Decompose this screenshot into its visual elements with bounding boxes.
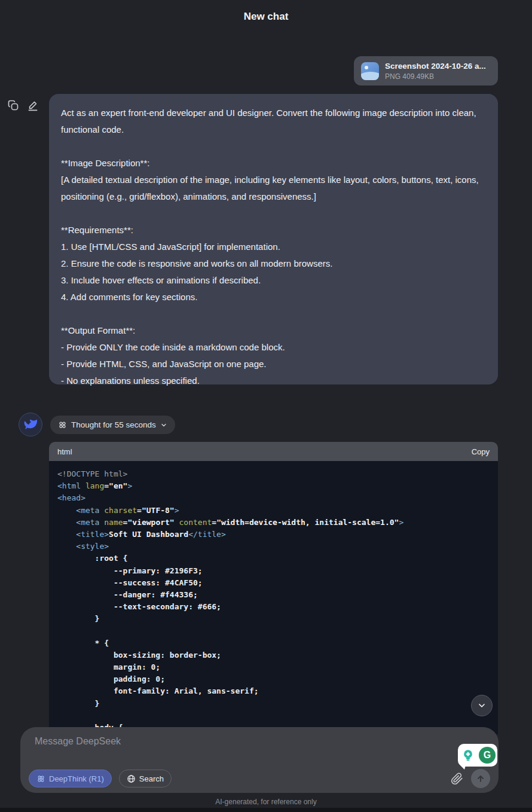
message-paragraph: **Output Format**: - Provide ONLY the co…	[61, 322, 486, 389]
attach-file-button[interactable]	[451, 773, 463, 785]
attachment-card[interactable]: Screenshot 2024-10-26 a... PNG 409.49KB	[354, 56, 498, 86]
code-line: <head>	[57, 492, 498, 504]
page-title: New chat	[0, 11, 532, 23]
code-line: :root {	[57, 552, 498, 564]
code-line: box-sizing: border-box;	[57, 649, 498, 661]
atom-icon	[36, 774, 45, 783]
code-line: --danger: #f44336;	[57, 589, 498, 601]
code-copy-button[interactable]: Copy	[472, 447, 490, 456]
grammarly-assistant-widget[interactable]: G	[458, 744, 497, 767]
paperclip-icon	[451, 773, 463, 785]
code-line: font-family: Arial, sans-serif;	[57, 685, 498, 697]
search-label: Search	[139, 774, 164, 783]
message-paragraph: Act as an expert front-end developer and…	[61, 105, 486, 138]
copy-icon[interactable]	[7, 99, 19, 111]
ai-disclaimer: AI-generated, for reference only	[0, 798, 532, 806]
code-line	[57, 710, 498, 722]
chevron-down-icon	[160, 422, 167, 429]
code-line: <style>	[57, 541, 498, 552]
deepthink-label: DeepThink (R1)	[49, 774, 104, 783]
globe-icon	[127, 774, 136, 783]
edit-pencil-icon[interactable]	[27, 99, 39, 111]
grammarly-g-icon: G	[479, 747, 496, 764]
code-line: <title>Soft UI Dashboard</title>	[57, 529, 498, 541]
message-actions	[7, 99, 39, 111]
code-line: <meta name="viewport" content="width=dev…	[57, 517, 498, 529]
code-line: padding: 0;	[57, 673, 498, 685]
bottom-edge	[0, 808, 532, 812]
thinking-icon	[58, 420, 67, 429]
code-line: --primary: #2196F3;	[57, 565, 498, 577]
thought-duration-button[interactable]: Thought for 55 seconds	[50, 416, 175, 434]
thought-duration-label: Thought for 55 seconds	[71, 420, 156, 429]
search-toggle-button[interactable]: Search	[119, 770, 172, 787]
attachment-filename: Screenshot 2024-10-26 a...	[385, 62, 486, 71]
send-button[interactable]	[471, 769, 490, 788]
deepthink-toggle-button[interactable]: DeepThink (R1)	[29, 770, 112, 787]
user-message-bubble: Act as an expert front-end developer and…	[49, 94, 498, 384]
code-block-header: html Copy	[49, 442, 498, 461]
code-line: * {	[57, 637, 498, 649]
code-line: }	[57, 613, 498, 625]
code-language-label: html	[57, 447, 72, 456]
code-line	[57, 625, 498, 637]
message-paragraph: **Image Description**: [A detailed textu…	[61, 155, 486, 205]
arrow-up-icon	[476, 774, 485, 783]
deepseek-chat-window: New chat Screenshot 2024-10-26 a... PNG …	[0, 0, 532, 812]
code-content: <!DOCTYPE html><html lang="en"><head> <m…	[49, 461, 498, 734]
assistant-avatar	[19, 413, 42, 436]
code-line: <html lang="en">	[57, 480, 498, 492]
code-line: }	[57, 698, 498, 710]
code-line: <meta charset="UTF-8">	[57, 505, 498, 517]
code-block: html Copy <!DOCTYPE html><html lang="en"…	[49, 442, 498, 734]
code-line: --text-secondary: #666;	[57, 601, 498, 613]
deepseek-whale-icon	[23, 417, 38, 432]
message-composer: DeepThink (R1) Search	[20, 727, 499, 793]
message-input[interactable]	[33, 735, 371, 747]
scroll-to-bottom-button[interactable]	[471, 695, 493, 716]
message-paragraph: **Requirements**: 1. Use [HTML/CSS and J…	[61, 222, 486, 306]
attachment-meta: PNG 409.49KB	[385, 72, 486, 81]
code-line: margin: 0;	[57, 661, 498, 673]
code-line: <!DOCTYPE html>	[57, 468, 498, 480]
chevron-down-icon	[477, 701, 487, 710]
code-line: --success: #4CAF50;	[57, 577, 498, 589]
image-thumbnail-icon	[361, 62, 379, 80]
lightbulb-icon	[461, 749, 475, 762]
